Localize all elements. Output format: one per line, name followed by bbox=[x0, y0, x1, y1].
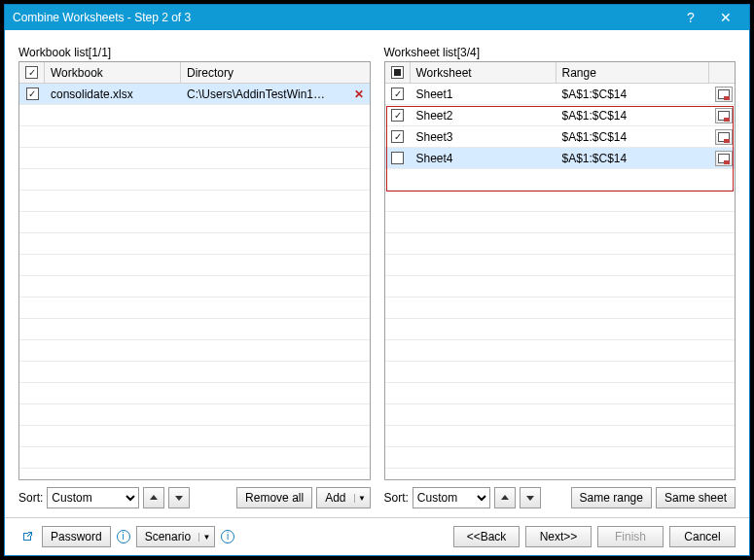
workbook-grid-body: consolidate.xlsx C:\Users\AddinTestWin1…… bbox=[19, 84, 370, 474]
worksheet-name-cell: Sheet3 bbox=[411, 130, 557, 144]
workbook-list-label: Workbook list[1/1] bbox=[18, 46, 371, 59]
titlebar: Combine Worksheets - Step 2 of 3 ? ✕ bbox=[5, 5, 749, 30]
worksheet-footer: Sort: Custom Same range Same sheet bbox=[384, 486, 736, 509]
move-down-button[interactable] bbox=[168, 487, 190, 508]
info-icon[interactable]: i bbox=[221, 530, 234, 543]
worksheet-grid-header: Worksheet Range bbox=[385, 62, 736, 84]
range-cell: $A$1:$C$14 bbox=[557, 152, 714, 165]
range-cell: $A$1:$C$14 bbox=[557, 109, 714, 122]
row-checkbox[interactable] bbox=[385, 130, 411, 143]
password-button[interactable]: Password bbox=[42, 526, 111, 547]
workbook-grid-header: Workbook Directory bbox=[19, 62, 370, 84]
worksheet-col-header[interactable]: Worksheet bbox=[411, 62, 557, 83]
table-row[interactable]: consolidate.xlsx C:\Users\AddinTestWin1…… bbox=[19, 84, 370, 105]
external-link-icon[interactable] bbox=[18, 528, 36, 545]
checkbox-icon bbox=[391, 130, 404, 143]
select-range-button[interactable] bbox=[713, 129, 735, 145]
select-range-button[interactable] bbox=[713, 151, 735, 166]
range-btn-col-header bbox=[709, 62, 735, 83]
range-icon bbox=[715, 151, 733, 166]
remove-row-button[interactable]: ✕ bbox=[348, 88, 370, 101]
select-range-button[interactable] bbox=[713, 87, 735, 102]
worksheet-list-label: Worksheet list[3/4] bbox=[384, 46, 736, 59]
checkbox-icon bbox=[391, 88, 404, 100]
range-cell: $A$1:$C$14 bbox=[557, 88, 714, 101]
sort-label: Sort: bbox=[384, 491, 409, 505]
range-icon bbox=[715, 129, 733, 145]
workbook-footer: Sort: Custom Remove all Add ▼ bbox=[18, 486, 371, 509]
table-row[interactable]: Sheet2 $A$1:$C$14 bbox=[385, 105, 736, 126]
cancel-button[interactable]: Cancel bbox=[669, 526, 736, 547]
move-up-button[interactable] bbox=[143, 487, 164, 508]
help-button[interactable]: ? bbox=[673, 5, 708, 30]
worksheet-select-all[interactable] bbox=[385, 62, 411, 83]
select-range-button[interactable] bbox=[713, 108, 735, 123]
worksheet-panel: Worksheet list[3/4] Worksheet Range Shee… bbox=[384, 46, 736, 509]
row-checkbox[interactable] bbox=[19, 88, 45, 100]
range-icon bbox=[715, 87, 733, 102]
range-icon bbox=[715, 108, 733, 123]
checkbox-icon bbox=[391, 66, 404, 79]
checkbox-icon bbox=[391, 109, 404, 122]
dialog-footer: Password i Scenario ▼ i <<Back Next>> Fi… bbox=[5, 517, 749, 555]
x-icon: ✕ bbox=[354, 88, 364, 101]
move-up-button[interactable] bbox=[494, 487, 516, 508]
table-row[interactable]: Sheet3 $A$1:$C$14 bbox=[385, 126, 736, 148]
worksheet-name-cell: Sheet2 bbox=[411, 109, 557, 122]
workbook-col-header[interactable]: Workbook bbox=[45, 62, 181, 83]
row-checkbox[interactable] bbox=[385, 109, 411, 122]
back-button[interactable]: <<Back bbox=[453, 526, 520, 547]
scenario-button[interactable]: Scenario ▼ bbox=[136, 526, 215, 547]
close-button[interactable]: ✕ bbox=[708, 5, 743, 30]
range-cell: $A$1:$C$14 bbox=[557, 130, 714, 144]
directory-cell: C:\Users\AddinTestWin1… bbox=[181, 88, 348, 101]
chevron-down-icon: ▼ bbox=[198, 533, 214, 542]
content-area: Workbook list[1/1] Workbook Directory co… bbox=[5, 30, 749, 517]
scenario-button-label: Scenario bbox=[137, 527, 198, 546]
sort-select[interactable]: Custom bbox=[47, 487, 139, 508]
window-title: Combine Worksheets - Step 2 of 3 bbox=[13, 11, 673, 24]
worksheet-grid-body: Sheet1 $A$1:$C$14 Sheet2 $A$1:$C$14 Shee… bbox=[385, 84, 736, 474]
finish-button: Finish bbox=[597, 526, 664, 547]
sort-label: Sort: bbox=[18, 491, 43, 505]
directory-col-header[interactable]: Directory bbox=[181, 62, 370, 83]
sort-select[interactable]: Custom bbox=[413, 487, 490, 508]
add-button[interactable]: Add ▼ bbox=[316, 487, 370, 508]
empty-rows bbox=[385, 169, 736, 474]
worksheet-name-cell: Sheet1 bbox=[411, 88, 557, 101]
worksheet-name-cell: Sheet4 bbox=[411, 152, 557, 165]
table-row[interactable]: Sheet1 $A$1:$C$14 bbox=[385, 84, 736, 105]
chevron-down-icon: ▼ bbox=[354, 494, 370, 503]
checkbox-icon bbox=[391, 152, 404, 164]
info-icon[interactable]: i bbox=[117, 530, 130, 543]
same-range-button[interactable]: Same range bbox=[571, 487, 652, 508]
empty-rows bbox=[19, 105, 370, 474]
next-button[interactable]: Next>> bbox=[525, 526, 592, 547]
same-sheet-button[interactable]: Same sheet bbox=[656, 487, 736, 508]
workbook-grid: Workbook Directory consolidate.xlsx C:\U… bbox=[18, 61, 371, 480]
move-down-button[interactable] bbox=[520, 487, 541, 508]
table-row[interactable]: Sheet4 $A$1:$C$14 bbox=[385, 148, 736, 169]
checkbox-icon bbox=[26, 88, 39, 100]
row-checkbox[interactable] bbox=[385, 88, 411, 100]
workbook-select-all[interactable] bbox=[19, 62, 45, 83]
remove-all-button[interactable]: Remove all bbox=[236, 487, 312, 508]
checkbox-icon bbox=[25, 66, 38, 79]
worksheet-grid: Worksheet Range Sheet1 $A$1:$C$14 Sheet2 bbox=[384, 61, 736, 480]
row-checkbox[interactable] bbox=[385, 152, 411, 164]
dialog-window: Combine Worksheets - Step 2 of 3 ? ✕ Wor… bbox=[4, 4, 750, 556]
add-button-label: Add bbox=[317, 488, 353, 508]
workbook-panel: Workbook list[1/1] Workbook Directory co… bbox=[18, 46, 371, 509]
workbook-name-cell: consolidate.xlsx bbox=[45, 88, 181, 101]
range-col-header[interactable]: Range bbox=[557, 62, 710, 83]
